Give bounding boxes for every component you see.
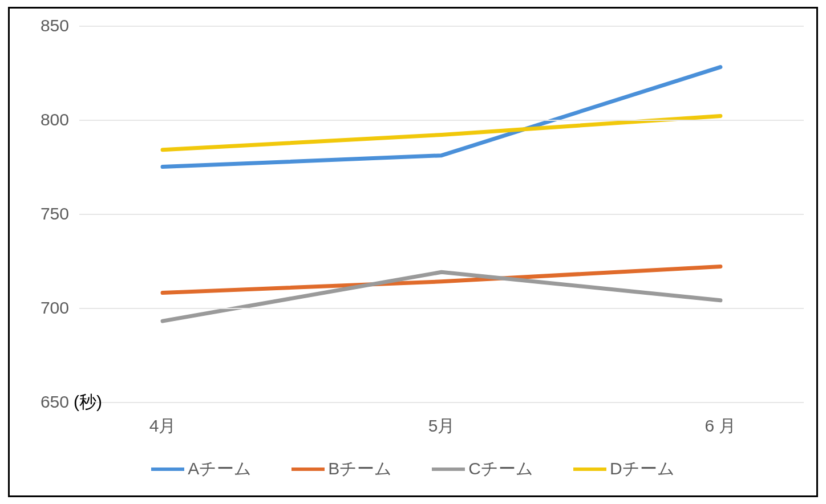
series-line [163,272,720,321]
plot-area [79,26,804,402]
legend-swatch [432,468,465,471]
x-tick-label: 6 月 [704,414,736,438]
y-tick-label: 700 [23,298,69,318]
x-tick-label: 4月 [149,414,176,438]
y-tick-label: 650 [23,392,69,412]
series-line [163,67,720,167]
y-tick-label: 800 [23,110,69,129]
series-line [163,116,720,149]
gridline [79,214,804,215]
legend-label: Dチーム [610,457,675,481]
gridline [79,26,804,27]
gridline [79,402,804,403]
legend-item: Cチーム [432,457,533,481]
gridline [79,120,804,121]
chart-container: AチームBチームCチームDチーム 650700750800850(秒)4月5月6… [8,7,818,497]
y-axis-unit-label: (秒) [74,391,102,414]
legend-swatch [151,468,184,471]
legend-label: Aチーム [188,457,252,481]
legend-label: Cチーム [468,457,533,481]
y-tick-label: 750 [23,204,69,223]
legend: AチームBチームCチームDチーム [10,457,816,481]
legend-item: Dチーム [573,457,675,481]
legend-item: Aチーム [151,457,252,481]
gridline [79,308,804,309]
legend-swatch [291,468,325,471]
y-tick-label: 850 [23,16,69,35]
legend-swatch [573,468,606,471]
x-tick-label: 5月 [428,414,455,438]
legend-label: Bチーム [328,457,392,481]
legend-item: Bチーム [291,457,392,481]
